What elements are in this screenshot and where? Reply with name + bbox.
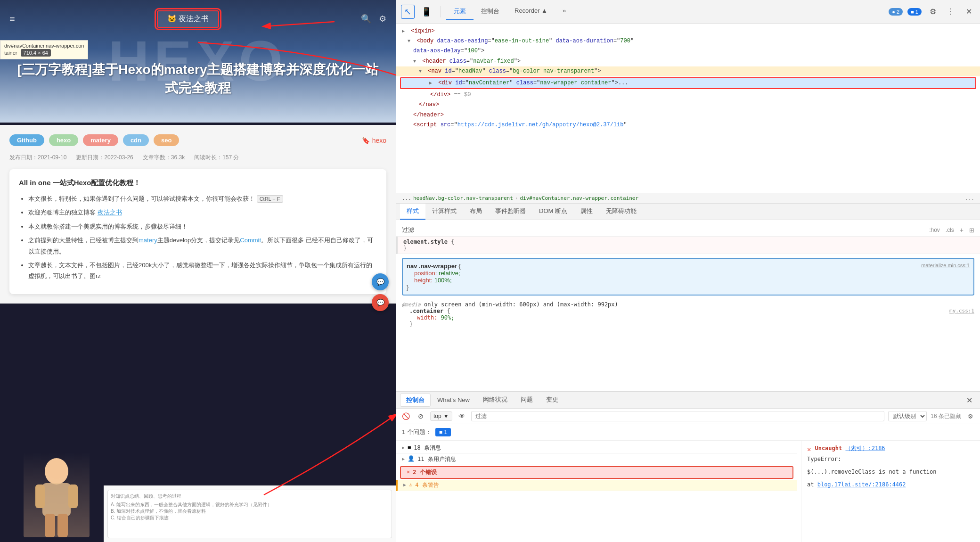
commit-link[interactable]: Commit xyxy=(240,237,261,244)
settings-icon[interactable]: ⚙ xyxy=(379,14,386,24)
tag-hexo[interactable]: hexo xyxy=(49,134,78,146)
character-image xyxy=(24,452,90,537)
tab-recorder[interactable]: Recorder ▲ xyxy=(507,3,555,20)
notification-button[interactable]: 💬 xyxy=(372,273,389,290)
chevron-down-icon: ▼ xyxy=(443,413,449,419)
character-svg xyxy=(28,457,85,537)
log-level-select[interactable]: 默认级别 xyxy=(888,411,927,421)
device-toolbar-button[interactable]: 📱 xyxy=(418,5,434,18)
log-entry-warnings[interactable]: ▶ ⚠ 4 条警告 xyxy=(396,480,797,491)
messages-badge[interactable]: ■ 1 xyxy=(907,8,922,16)
tag-cdn[interactable]: cdn xyxy=(123,134,149,146)
floating-buttons: 💬 💬 xyxy=(372,273,389,311)
cls-button[interactable]: .cls xyxy=(946,227,954,233)
tree-line[interactable]: </header> xyxy=(396,110,980,120)
hamburger-icon[interactable]: ≡ xyxy=(9,14,15,25)
devtools-panel: ↖ 📱 元素 控制台 Recorder ▲ » ● 2 ■ 1 ⚙ ⋮ ✕ ▶ … xyxy=(396,0,980,542)
tab-computed[interactable]: 计算样式 xyxy=(425,204,463,220)
dots-badge[interactable]: ● 2 xyxy=(889,8,903,16)
console-toolbar: 🚫 ⊘ top ▼ 👁 默认级别 16 条已隐藏 ⚙ xyxy=(396,409,980,424)
expand-button[interactable]: ⊞ xyxy=(969,227,974,234)
issues-badge[interactable]: ■ 1 xyxy=(435,428,451,436)
tab-console[interactable]: 控制台 xyxy=(474,3,507,20)
css-source-link[interactable]: materialize.min.css:1 xyxy=(921,263,970,268)
tag-matery[interactable]: matery xyxy=(83,134,118,146)
breadcrumb-bar: ... headNav.bg-color.nav-transparent › d… xyxy=(396,193,980,204)
error-location-link[interactable]: blog.17lai.site/:2186:4462 xyxy=(817,481,906,488)
tab-issues[interactable]: 问题 xyxy=(514,392,539,408)
console-log-area: ▶ ≡ 18 条消息 ▶ 👤 11 条用户消息 ✕ 2 个错误 ▶ xyxy=(396,441,980,542)
tree-line[interactable]: ▼ <body data-aos-easing="ease-in-out-sin… xyxy=(396,36,980,46)
clear-console-button[interactable]: 🚫 xyxy=(400,411,411,422)
element-size: 710.4 × 64 xyxy=(21,49,51,57)
user-messages-icon: 👤 xyxy=(408,455,415,462)
tab-accessibility[interactable]: 无障碍功能 xyxy=(599,204,643,220)
tab-dom-breakpoints[interactable]: DOM 断点 xyxy=(532,204,574,220)
tab-event-listeners[interactable]: 事件监听器 xyxy=(489,204,532,220)
tree-line[interactable]: ▶ <iqxin> xyxy=(396,26,980,36)
css-height-prop: height: 100%; xyxy=(407,277,970,284)
settings-button[interactable]: ⚙ xyxy=(926,5,939,18)
bullet-1: 本文很长，特别长，如果你遇到了什么问题，可以尝试搜索本文，你很可能会收获！ Ct… xyxy=(28,193,377,204)
log-entry-user-messages[interactable]: ▶ 👤 11 条用户消息 xyxy=(396,454,797,465)
log-user-messages-text: 11 条用户消息 xyxy=(417,455,792,463)
word-count: 文章字数：36.3k xyxy=(143,154,185,162)
cursor-tool-button[interactable]: ↖ xyxy=(401,5,415,19)
secondary-tabs: 样式 计算样式 布局 事件监听器 DOM 断点 属性 无障碍功能 xyxy=(396,204,980,220)
tree-line[interactable]: </nav> xyxy=(396,100,980,110)
console-settings-button[interactable]: ⚙ xyxy=(965,411,976,422)
tree-line[interactable]: data-aos-delay="100"> xyxy=(396,46,980,56)
tab-properties[interactable]: 属性 xyxy=(574,204,599,220)
tree-line[interactable]: </div> == $0 xyxy=(396,90,980,100)
log-entry-messages[interactable]: ▶ ≡ 18 条消息 xyxy=(396,443,797,454)
uncaught-label: Uncaught xyxy=(815,445,842,452)
tab-more[interactable]: » xyxy=(555,3,573,20)
tab-changes[interactable]: 变更 xyxy=(539,392,565,408)
tab-elements[interactable]: 元素 xyxy=(446,3,474,20)
svg-point-8 xyxy=(46,459,67,479)
matery-link[interactable]: matery xyxy=(139,237,157,244)
breadcrumb-navcontainer[interactable]: div#navContainer.nav-wrapper.container xyxy=(520,195,638,201)
tab-layout[interactable]: 布局 xyxy=(463,204,489,220)
tab-network-conditions[interactable]: 网络状况 xyxy=(476,392,514,408)
chat-button[interactable]: 💬 xyxy=(372,294,389,311)
nav-logo-button[interactable]: 🐱 夜法之书 xyxy=(157,10,219,28)
search-icon[interactable]: 🔍 xyxy=(361,14,371,24)
context-selector[interactable]: top ▼ xyxy=(430,411,452,421)
devtools-controls: ● 2 ■ 1 ⚙ ⋮ ✕ xyxy=(889,5,975,18)
tags-row: Github hexo matery cdn seo 🔖 hexo xyxy=(9,134,386,146)
breadcrumb-headnav[interactable]: headNav.bg-color.nav-transparent xyxy=(413,195,513,201)
tab-console-active[interactable]: 控制台 xyxy=(400,394,431,407)
eye-button[interactable]: 👁 xyxy=(456,411,467,422)
more-tools-button[interactable]: ⋮ xyxy=(944,5,957,18)
tag-seo[interactable]: seo xyxy=(154,134,179,146)
console-filter-input[interactable] xyxy=(471,411,885,421)
close-devtools-button[interactable]: ✕ xyxy=(962,5,975,18)
element-style-selector: element.style xyxy=(403,238,448,245)
error-icon-detail: ✕ xyxy=(807,445,811,453)
blog-link[interactable]: 夜法之书 xyxy=(98,209,122,216)
nav-wrapper-rule: materialize.min.css:1 nav .nav-wrapper {… xyxy=(402,258,974,296)
hov-button[interactable]: :hov xyxy=(929,227,940,233)
tab-styles[interactable]: 样式 xyxy=(400,204,425,220)
tree-line[interactable]: ▼ <header class="navbar-fixed"> xyxy=(396,57,980,66)
add-class-button[interactable]: + xyxy=(960,226,964,234)
html-tree: ▶ <iqxin> ▼ <body data-aos-easing="ease-… xyxy=(396,24,980,193)
my-css-source[interactable]: my.css:1 xyxy=(949,308,974,314)
tree-line-div-selected[interactable]: ▶ <div id="navContainer" class="nav-wrap… xyxy=(400,77,976,89)
error-message-text: $(...).removeIeClass is not a function xyxy=(807,468,974,476)
close-console-button[interactable]: ✕ xyxy=(963,396,976,405)
tab-whats-new[interactable]: What's New xyxy=(431,393,476,408)
tree-line-nav[interactable]: ▼ <nav id="headNav" class="bg-color nav-… xyxy=(396,66,980,76)
tree-line[interactable]: <script src="https://cdn.jsdelivr.net/gh… xyxy=(396,120,980,130)
article-title: [三万字教程]基于Hexo的matery主题搭建博客并深度优化一站式完全教程 xyxy=(14,60,382,97)
tag-github[interactable]: Github xyxy=(9,134,44,146)
filter-input[interactable] xyxy=(425,227,925,233)
bookmark-hexo[interactable]: 🔖 hexo xyxy=(362,137,386,144)
block-button[interactable]: ⊘ xyxy=(415,411,426,422)
error-source-link[interactable]: （索引）:2186 xyxy=(845,445,885,452)
console-tabs: 控制台 What's New 网络状况 问题 变更 ✕ xyxy=(396,392,980,409)
log-entry-errors[interactable]: ✕ 2 个错误 xyxy=(400,466,793,479)
top-label: top xyxy=(433,413,441,419)
diagram-area: 对知识点总结、回顾、思考的过程 A. 能写出来的东西，一般会整合其他方面的逻辑，… xyxy=(104,485,396,542)
